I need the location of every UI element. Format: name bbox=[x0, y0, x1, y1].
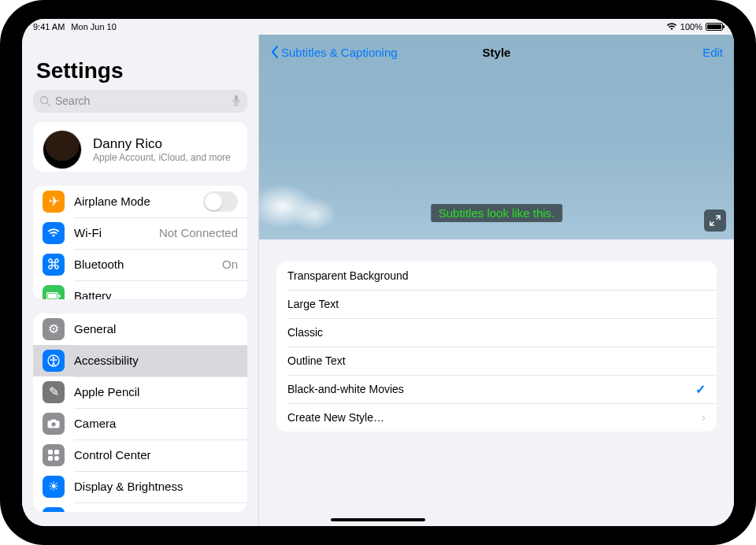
svg-point-7 bbox=[53, 357, 55, 359]
sidebar-item-wifi[interactable]: Wi-Fi Not Connected bbox=[33, 217, 247, 249]
battery-icon bbox=[706, 23, 723, 31]
bluetooth-icon: ⌘ bbox=[43, 254, 65, 276]
style-option-row[interactable]: Large Text bbox=[276, 290, 717, 318]
sidebar-item-accessibility[interactable]: Accessibility bbox=[33, 345, 247, 376]
style-option-label: Black-and-white Movies bbox=[287, 383, 404, 395]
svg-rect-12 bbox=[54, 450, 59, 454]
gear-icon: ⚙ bbox=[43, 318, 65, 340]
svg-rect-13 bbox=[48, 456, 53, 461]
search-input[interactable] bbox=[55, 95, 227, 107]
status-date: Mon Jun 10 bbox=[71, 22, 116, 32]
status-time: 9:41 AM bbox=[33, 22, 65, 32]
battery-settings-icon bbox=[43, 285, 65, 299]
sidebar-item-apple-pencil[interactable]: ✎ Apple Pencil bbox=[33, 376, 247, 408]
search-field[interactable] bbox=[33, 90, 247, 113]
home-indicator bbox=[331, 518, 425, 521]
wifi-icon bbox=[666, 23, 677, 31]
battery-pct: 100% bbox=[680, 22, 702, 32]
sidebar-item-control-center[interactable]: Control Center bbox=[33, 439, 247, 471]
device-frame: 9:41 AM Mon Jun 10 100% Settings bbox=[0, 0, 756, 545]
chevron-left-icon bbox=[270, 45, 280, 59]
style-option-label: Transparent Background bbox=[287, 269, 409, 282]
sidebar-item-display-brightness[interactable]: ☀ Display & Brightness bbox=[33, 471, 247, 502]
airplane-icon: ✈ bbox=[43, 191, 65, 213]
svg-rect-2 bbox=[235, 95, 238, 102]
account-subtitle: Apple Account, iCloud, and more bbox=[93, 152, 231, 163]
back-button[interactable]: Subtitles & Captioning bbox=[270, 45, 398, 59]
svg-rect-5 bbox=[48, 294, 57, 298]
avatar bbox=[43, 130, 82, 169]
edit-button[interactable]: Edit bbox=[702, 46, 723, 59]
style-option-label: Classic bbox=[287, 326, 323, 339]
style-option-row[interactable]: Classic bbox=[276, 318, 717, 347]
page-title: Settings bbox=[22, 41, 258, 90]
svg-point-10 bbox=[51, 422, 55, 426]
mic-icon[interactable] bbox=[232, 95, 241, 107]
style-options-group: Transparent BackgroundLarge TextClassicO… bbox=[276, 261, 717, 432]
svg-rect-4 bbox=[59, 295, 61, 298]
style-option-label: Create New Style… bbox=[287, 411, 384, 424]
camera-icon bbox=[43, 413, 65, 435]
control-center-icon bbox=[43, 444, 65, 466]
style-option-row[interactable]: Create New Style…› bbox=[276, 403, 717, 432]
status-bar: 9:41 AM Mon Jun 10 100% bbox=[22, 19, 734, 35]
brightness-icon: ☀ bbox=[43, 476, 65, 498]
sidebar-item-battery[interactable]: Battery bbox=[33, 280, 247, 299]
account-name: Danny Rico bbox=[93, 136, 231, 152]
expand-icon bbox=[710, 215, 721, 226]
sidebar-item-bluetooth[interactable]: ⌘ Bluetooth On bbox=[33, 249, 247, 280]
search-icon bbox=[39, 95, 50, 106]
svg-rect-14 bbox=[54, 456, 59, 461]
style-option-label: Large Text bbox=[287, 298, 339, 310]
style-option-row[interactable]: Black-and-white Movies✓ bbox=[276, 375, 717, 403]
sidebar-item-general[interactable]: ⚙ General bbox=[33, 313, 247, 345]
wifi-settings-icon bbox=[43, 222, 65, 244]
svg-line-1 bbox=[47, 103, 50, 106]
account-row[interactable]: Danny Rico Apple Account, iCloud, and mo… bbox=[33, 122, 247, 172]
expand-preview-button[interactable] bbox=[704, 209, 726, 232]
accessibility-icon bbox=[43, 350, 65, 372]
settings-sidebar: Settings Danny Rico Apple Account, iClou… bbox=[22, 35, 258, 526]
pencil-icon: ✎ bbox=[43, 381, 65, 403]
sidebar-item-airplane-mode[interactable]: ✈ Airplane Mode bbox=[33, 186, 247, 217]
chevron-right-icon: › bbox=[702, 411, 706, 424]
svg-rect-11 bbox=[48, 450, 53, 454]
style-option-row[interactable]: Transparent Background bbox=[276, 261, 717, 290]
airplane-toggle[interactable] bbox=[203, 191, 238, 212]
main-pane: Subtitles & Captioning Style Edit Subtit… bbox=[258, 35, 734, 526]
sidebar-item-home-screen[interactable]: Home Screen & App Library bbox=[33, 502, 247, 512]
subtitle-preview: Subtitles & Captioning Style Edit Subtit… bbox=[259, 35, 734, 239]
style-option-row[interactable]: Outline Text bbox=[276, 347, 717, 375]
cloud-decoration bbox=[259, 175, 346, 230]
subtitle-sample-text: Subtitles look like this. bbox=[431, 204, 563, 222]
sidebar-item-camera[interactable]: Camera bbox=[33, 408, 247, 439]
svg-rect-9 bbox=[51, 419, 56, 421]
checkmark-icon: ✓ bbox=[695, 382, 706, 397]
home-screen-icon bbox=[43, 507, 65, 512]
style-option-label: Outline Text bbox=[287, 354, 346, 367]
